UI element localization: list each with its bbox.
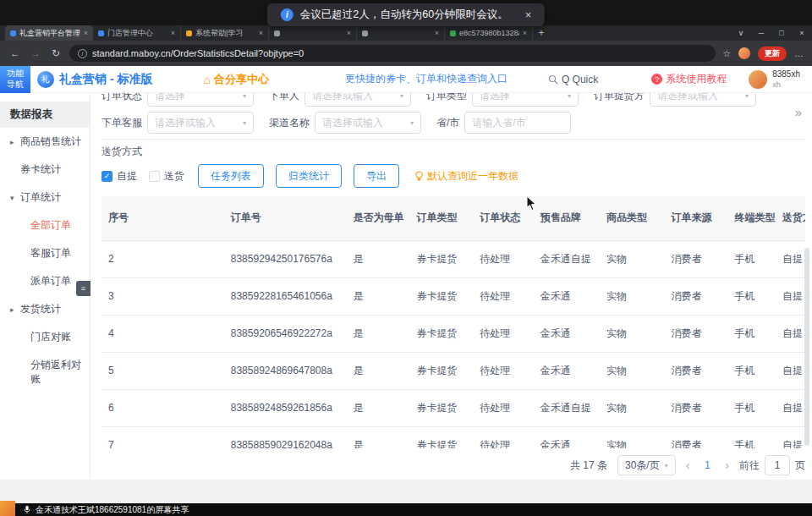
table-row[interactable]: 5 83858924869647808a 是 券卡提货 待处理 金禾通 实物 消… <box>102 352 805 389</box>
page-size-select[interactable]: 30条/页 ▾ <box>617 455 676 475</box>
filter-select[interactable]: 请选择 ▾ <box>472 93 579 107</box>
browser-tab[interactable]: 系统帮助|学习 × <box>181 25 269 41</box>
filter-select[interactable]: 请选择或输入 ▾ <box>304 93 411 107</box>
tab-search-icon[interactable]: ∨ <box>731 29 751 37</box>
query-hint: 默认查询近一年数据 <box>414 169 518 184</box>
browser-tab[interactable]: e8c573980b1328a258fd2e6 × <box>445 25 533 41</box>
column-header[interactable]: 订单号 <box>224 196 347 240</box>
column-header[interactable]: 订单类型 <box>409 196 473 240</box>
tab-label: 门店管理中心 <box>107 28 167 39</box>
participant-avatar[interactable] <box>0 501 15 516</box>
table-row[interactable]: 7 83858859029162048a 是 券卡提货 待处理 金禾通 实物 消… <box>102 426 805 448</box>
sidebar-item[interactable]: 全部订单 <box>0 211 90 239</box>
toast-close-icon[interactable]: × <box>525 8 532 21</box>
browser-tab[interactable]: 门店管理中心 × <box>93 25 181 41</box>
next-page-button[interactable]: › <box>725 458 729 472</box>
sidebar-item-label: 门店对账 <box>30 330 71 344</box>
column-header[interactable]: 终端类型 <box>727 196 776 240</box>
browser-update-button[interactable]: 更新 <box>758 47 787 61</box>
sidebar-item[interactable]: 门店对账 <box>0 323 90 351</box>
goto-page-input[interactable] <box>765 455 790 475</box>
reload-icon[interactable]: ↻ <box>49 47 63 59</box>
site-info-icon[interactable]: i <box>78 49 87 58</box>
table-row[interactable]: 3 83859228165461056a 是 券卡提货 待处理 金禾通 实物 消… <box>102 277 805 315</box>
forward-icon[interactable]: → <box>29 47 42 59</box>
tab-close-icon[interactable]: × <box>259 29 263 37</box>
sidebar-item[interactable]: ▸ 商品销售统计 <box>0 128 90 156</box>
url-field[interactable]: i standard.maboy.cn/OrderStatisticsDetai… <box>69 45 716 62</box>
browser-tab[interactable]: × <box>357 25 445 41</box>
cell-order-status: 待处理 <box>473 426 534 448</box>
maximize-icon[interactable]: □ <box>771 29 792 37</box>
close-icon[interactable]: × <box>792 29 812 37</box>
filter-select[interactable]: 请输入省/市 ▾ <box>464 112 571 134</box>
minimize-icon[interactable]: ─ <box>751 29 771 37</box>
column-header[interactable]: 送货方式 <box>776 196 805 240</box>
filter-label: 下单人 <box>269 93 299 103</box>
user-menu[interactable]: 8385xh xh <box>749 69 800 89</box>
filter-select[interactable]: 请选择或输入 ▾ <box>147 112 254 134</box>
filter-expand-button[interactable]: » <box>795 105 802 119</box>
chevron-down-icon: ▾ <box>568 93 571 100</box>
cell-is-mother: 是 <box>347 389 410 426</box>
microphone-icon[interactable] <box>24 505 30 514</box>
cell-delivery-mode: 自提 <box>776 277 805 315</box>
page-number-button[interactable]: 1 <box>700 459 715 471</box>
sidebar-item-label: 分销返利对账 <box>30 358 90 387</box>
sidebar-item[interactable]: 分销返利对账 <box>0 351 90 393</box>
browser-profile-avatar[interactable] <box>738 47 750 59</box>
delivery-checkbox[interactable]: ✓ 送货 <box>149 169 184 184</box>
sidebar-collapse-handle[interactable]: ≡ <box>76 281 91 296</box>
filter-field: 订单提货方 请选择或输入 ▾ <box>594 93 756 107</box>
new-tab-button[interactable]: + <box>533 25 550 41</box>
tab-close-icon[interactable]: × <box>171 29 175 37</box>
browser-menu-icon[interactable]: … <box>794 48 804 58</box>
toolbar-button[interactable]: 任务列表 <box>198 164 264 188</box>
sidebar-item[interactable]: 券卡统计 <box>0 156 90 184</box>
checkbox-icon: ✓ <box>102 171 112 182</box>
toolbar-button[interactable]: 导出 <box>354 164 399 188</box>
filter-select[interactable]: 请选择或输入 ▾ <box>650 93 756 107</box>
column-header[interactable]: 订单来源 <box>665 196 728 240</box>
cell-goods-type: 实物 <box>600 389 665 426</box>
back-icon[interactable]: ← <box>8 47 22 59</box>
promo-link[interactable]: 更快捷的券卡、订单和快递查询入口 <box>345 72 508 86</box>
browser-tab[interactable]: × <box>269 25 357 41</box>
sidebar-item[interactable]: 客服订单 <box>0 239 90 267</box>
main-content: 订单状态 请选择 ▾ 下单人 请选择或输入 ▾ <box>91 93 812 480</box>
tab-close-icon[interactable]: × <box>523 29 527 37</box>
share-center-link[interactable]: ⌂ 合分享中心 <box>203 72 268 87</box>
tutorial-link[interactable]: ? 系统使用教程 <box>651 72 727 86</box>
bookmark-star-icon[interactable]: ☆ <box>722 48 731 59</box>
table-row[interactable]: 6 83858924859261856a 是 券卡提货 待处理 金禾通自提 实物… <box>102 389 805 426</box>
browser-tabbar: 礼盒营销平台管理中心 × 门店管理中心 × 系统帮助|学习 × <box>0 25 812 41</box>
tab-label: e8c573980b1328a258fd2e6 <box>459 29 519 37</box>
toolbar-button[interactable]: 归类统计 <box>276 164 342 188</box>
tab-close-icon[interactable]: × <box>435 29 439 37</box>
browser-tab[interactable]: 礼盒营销平台管理中心 × <box>5 25 93 41</box>
filter-select[interactable]: 请选择 ▾ <box>147 93 254 107</box>
column-header[interactable]: 序号 <box>102 196 224 240</box>
tab-close-icon[interactable]: × <box>347 29 351 37</box>
table-row[interactable]: 2 83859294250176576a 是 券卡提货 待处理 金禾通自提 实物… <box>102 240 805 277</box>
column-header[interactable]: 是否为母单 <box>347 196 410 240</box>
cell-order-source: 消费者 <box>665 389 728 426</box>
cell-terminal-type: 手机 <box>727 240 776 277</box>
filter-label: 订单状态 <box>102 93 142 103</box>
quick-search-link[interactable]: Q Quick <box>548 74 598 85</box>
tab-close-icon[interactable]: × <box>84 29 88 37</box>
table-scrollbar[interactable] <box>804 248 809 446</box>
function-nav-toggle[interactable]: 功能 导航 <box>0 66 30 93</box>
filter-select[interactable]: 请选择或输入 ▾ <box>315 112 421 134</box>
toolbar-buttons: 任务列表 归类统计 导出 <box>198 164 411 188</box>
table-row[interactable]: 4 83859206546922272a 是 券卡提货 待处理 金禾通 实物 消… <box>102 315 805 352</box>
sidebar-item[interactable]: ▸ 发货统计 <box>0 295 90 323</box>
delivery-checkbox[interactable]: ✓ 自提 <box>102 169 137 184</box>
prev-page-button[interactable]: ‹ <box>686 458 690 472</box>
column-header[interactable]: 预售品牌 <box>534 196 600 240</box>
filter-row-1: 订单状态 请选择 ▾ 下单人 请选择或输入 ▾ <box>102 93 805 107</box>
column-header[interactable]: 订单状态 <box>473 196 534 240</box>
column-header[interactable]: 商品类型 <box>600 196 665 240</box>
cell-order-type: 券卡提货 <box>409 240 473 277</box>
sidebar-item[interactable]: ▾ 订单统计 <box>0 184 90 211</box>
